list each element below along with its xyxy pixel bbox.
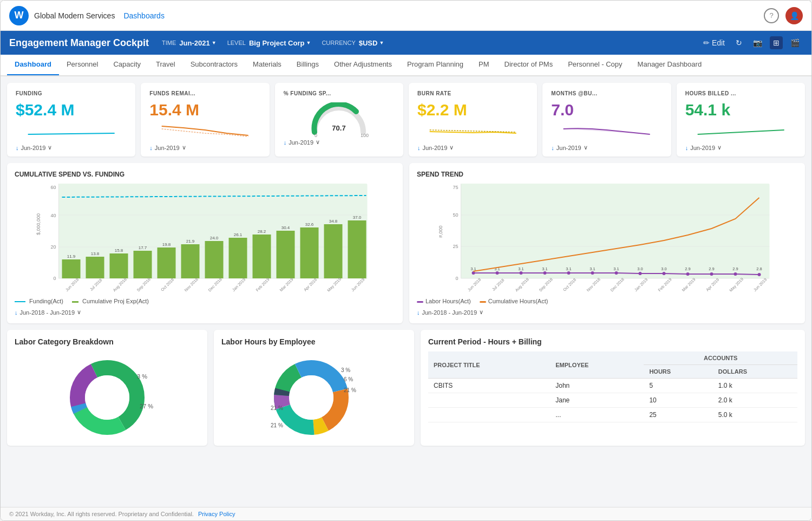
svg-point-68 bbox=[567, 271, 571, 275]
cumulative-chart-title: CUMULATIVE SPEND VS. FUNDING bbox=[15, 171, 395, 178]
labor-category-card: Labor Category Breakdown 3 % 27 % bbox=[7, 330, 207, 446]
spend-trend-legend: Labor Hours(Act) Cumulative Hours(Act) bbox=[417, 298, 797, 304]
time-filter[interactable]: TIME Jun-2021 bbox=[162, 39, 217, 47]
svg-point-76 bbox=[758, 273, 761, 276]
kpi-funding-pct: % FUNDING SP... 70.7 0 100 ↓ Jun-2019 bbox=[275, 83, 403, 157]
svg-text:50: 50 bbox=[453, 212, 458, 218]
svg-text:May 2019: May 2019 bbox=[326, 277, 342, 292]
svg-point-69 bbox=[591, 271, 594, 275]
spend-trend-svg: 0 25 50 75 #,000 bbox=[417, 184, 797, 292]
tab-other-adjustments[interactable]: Other Adjustments bbox=[326, 55, 400, 76]
table-row: CBITS John 5 1.0 k bbox=[428, 379, 797, 393]
kpi-funding-footer[interactable]: ↓ Jun-2019 ∨ bbox=[16, 144, 127, 151]
tab-personnel-copy[interactable]: Personnel - Copy bbox=[560, 55, 630, 76]
dashboards-link[interactable]: Dashboards bbox=[123, 11, 165, 20]
video-button[interactable]: 🎬 bbox=[787, 36, 803, 49]
svg-text:Aug 2018: Aug 2018 bbox=[514, 277, 530, 292]
project-cell bbox=[428, 393, 550, 408]
time-value[interactable]: Jun-2021 bbox=[179, 39, 216, 47]
tab-travel[interactable]: Travel bbox=[148, 55, 183, 76]
kpi-burn-value: $2.2 M bbox=[417, 101, 528, 119]
svg-text:Mar 2019: Mar 2019 bbox=[279, 277, 294, 292]
tab-manager-dashboard[interactable]: Manager Dashboard bbox=[630, 55, 710, 76]
tab-dashboard[interactable]: Dashboard bbox=[7, 55, 59, 76]
kpi-months: MONTHS @BU... 7.0 ↓ Jun-2019 ∨ bbox=[542, 83, 671, 157]
svg-point-107 bbox=[85, 375, 129, 420]
kpi-months-footer[interactable]: ↓ Jun-2019 ∨ bbox=[551, 144, 662, 151]
privacy-policy-link[interactable]: Privacy Policy bbox=[198, 511, 235, 517]
kpi-burn-footer[interactable]: ↓ Jun-2019 ∨ bbox=[417, 144, 528, 151]
tab-billings[interactable]: Billings bbox=[289, 55, 326, 76]
kpi-funding: FUNDING $52.4 M ↓ Jun-2019 ∨ bbox=[7, 83, 135, 157]
camera-button[interactable]: 📷 bbox=[750, 36, 765, 49]
svg-text:21.9: 21.9 bbox=[186, 239, 195, 244]
cumulative-chart-legend: Funding(Act) Cumulative Proj Exp(Act) bbox=[15, 298, 395, 304]
app-shell: W Global Modern Services Dashboards ? 👤 … bbox=[0, 0, 812, 521]
svg-text:Dec 2018: Dec 2018 bbox=[207, 277, 223, 292]
grid-button[interactable]: ⊞ bbox=[770, 36, 783, 49]
labor-hours-card: Labor Hours by Employee 3 % bbox=[214, 330, 414, 446]
kpi-funds-footer[interactable]: ↓ Jun-2019 ∨ bbox=[149, 144, 260, 151]
svg-rect-30 bbox=[253, 235, 271, 278]
svg-text:Jan 2019: Jan 2019 bbox=[231, 277, 246, 292]
kpi-months-value: 7.0 bbox=[551, 101, 662, 119]
svg-text:26.1: 26.1 bbox=[234, 232, 243, 237]
tab-capacity[interactable]: Capacity bbox=[106, 55, 148, 76]
cumulative-chart-footer[interactable]: ↓ Jun-2018 - Jun-2019 ∨ bbox=[15, 309, 395, 316]
tab-subcontractors[interactable]: Subcontractors bbox=[183, 55, 245, 76]
svg-text:Mar 2019: Mar 2019 bbox=[681, 277, 697, 292]
kpi-funds-label: FUNDS REMAI... bbox=[149, 90, 260, 96]
svg-text:$,000,000: $,000,000 bbox=[36, 213, 41, 235]
edit-button[interactable]: ✏ Edit bbox=[700, 36, 728, 49]
kpi-funding-sparkline bbox=[16, 123, 127, 140]
kpi-funds-remaining: FUNDS REMAI... 15.4 M ↓ Jun-2019 ∨ bbox=[141, 83, 269, 157]
nav-right: ? 👤 bbox=[764, 7, 803, 24]
spend-trend-chart: SPEND TREND 0 25 50 75 #,000 bbox=[409, 163, 805, 323]
spend-trend-footer[interactable]: ↓ Jun-2018 - Jun-2019 ∨ bbox=[417, 309, 797, 316]
svg-text:Jun 2018: Jun 2018 bbox=[64, 277, 80, 292]
svg-text:Oct 2018: Oct 2018 bbox=[160, 277, 175, 292]
kpi-months-sparkline bbox=[551, 123, 662, 140]
currency-value[interactable]: $USD bbox=[359, 39, 384, 47]
tab-materials[interactable]: Materials bbox=[245, 55, 289, 76]
level-filter[interactable]: LEVEL Big Project Corp bbox=[227, 39, 311, 47]
svg-text:27 %: 27 % bbox=[140, 403, 153, 409]
svg-text:Feb 2019: Feb 2019 bbox=[255, 277, 271, 292]
refresh-button[interactable]: ↻ bbox=[732, 36, 745, 49]
svg-text:3.0: 3.0 bbox=[661, 266, 666, 271]
col-employee: EMPLOYEE bbox=[550, 351, 644, 379]
help-icon[interactable]: ? bbox=[764, 8, 779, 23]
col-project: PROJECT TITLE bbox=[428, 351, 550, 379]
kpi-funding-pct-footer[interactable]: ↓ Jun-2019 ∨ bbox=[284, 139, 395, 146]
cumulative-spend-chart: CUMULATIVE SPEND VS. FUNDING 0 20 40 60 … bbox=[7, 163, 403, 323]
employee-cell: Jane bbox=[550, 393, 644, 408]
kpi-row: FUNDING $52.4 M ↓ Jun-2019 ∨ FUNDS REMAI… bbox=[7, 83, 805, 157]
labor-hours-title: Labor Hours by Employee bbox=[221, 337, 407, 346]
tab-program-planning[interactable]: Program Planning bbox=[400, 55, 471, 76]
col-accounts: ACCOUNTS bbox=[644, 351, 797, 365]
svg-text:34.8: 34.8 bbox=[329, 219, 338, 224]
svg-text:37.0: 37.0 bbox=[353, 215, 362, 220]
svg-text:0: 0 bbox=[53, 276, 56, 281]
svg-text:17.7: 17.7 bbox=[139, 245, 147, 250]
kpi-hours-footer[interactable]: ↓ Jun-2019 ∨ bbox=[685, 144, 796, 151]
svg-point-70 bbox=[615, 271, 618, 275]
employee-cell: ... bbox=[550, 408, 644, 422]
svg-text:Sep 2018: Sep 2018 bbox=[136, 277, 152, 292]
level-value[interactable]: Big Project Corp bbox=[249, 39, 311, 47]
tab-pm[interactable]: PM bbox=[471, 55, 497, 76]
svg-text:100: 100 bbox=[361, 133, 369, 138]
kpi-hours-label: HOURS BILLED ... bbox=[685, 90, 796, 96]
tab-director-pms[interactable]: Director of PMs bbox=[497, 55, 561, 76]
tab-personnel[interactable]: Personnel bbox=[59, 55, 106, 76]
svg-text:21 %: 21 % bbox=[271, 405, 283, 411]
table-row: ... 25 5.0 k bbox=[428, 408, 797, 422]
svg-rect-24 bbox=[181, 244, 200, 278]
svg-point-75 bbox=[734, 272, 737, 276]
svg-text:Nov 2018: Nov 2018 bbox=[184, 277, 199, 292]
currency-filter[interactable]: CURRENCY $USD bbox=[322, 39, 384, 47]
avatar[interactable]: 👤 bbox=[785, 7, 803, 24]
svg-text:Jul 2018: Jul 2018 bbox=[491, 278, 505, 292]
svg-rect-14 bbox=[62, 259, 81, 278]
svg-text:28.2: 28.2 bbox=[258, 229, 266, 234]
